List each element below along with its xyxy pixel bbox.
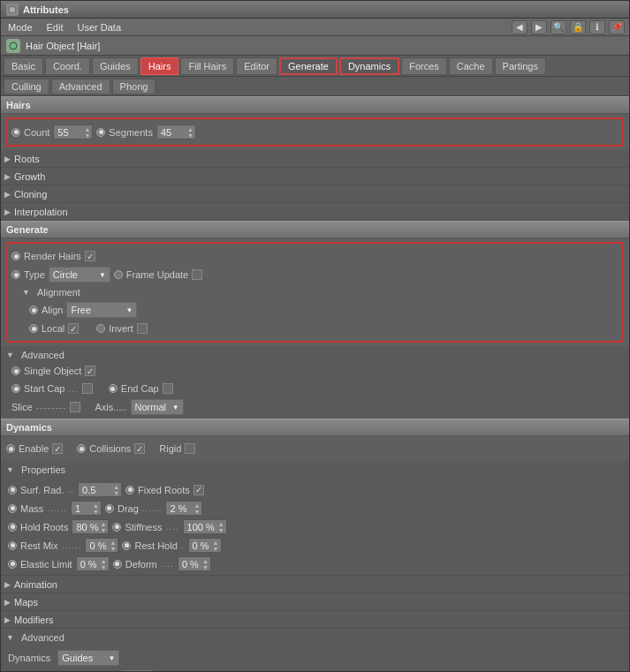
menu-mode[interactable]: Mode [5, 21, 35, 34]
local-radio[interactable] [29, 324, 38, 333]
drag-radio[interactable] [105, 504, 114, 513]
segments-adv-arrows[interactable]: ▲▼ [146, 671, 152, 672]
render-hairs-checkbox[interactable]: ✓ [85, 251, 95, 261]
enable-checkbox[interactable]: ✓ [52, 443, 63, 454]
stiffness-dots: .... [165, 522, 178, 532]
surf-rad-radio[interactable] [8, 486, 17, 495]
cloning-row[interactable]: ▶ Cloning [1, 185, 629, 203]
rest-hold-arrows[interactable]: ▲▼ [213, 540, 219, 552]
rest-hold-spinner[interactable]: 0 % ▲▼ [188, 538, 222, 553]
segments-arrows[interactable]: ▲▼ [187, 126, 194, 139]
pin-button[interactable]: 📌 [609, 20, 625, 34]
segments-adv-spinner[interactable]: 8 ▲▼ [120, 669, 154, 671]
elastic-radio[interactable] [8, 560, 17, 569]
fixed-roots-checkbox[interactable]: ✓ [194, 485, 204, 495]
forward-button[interactable]: ▶ [531, 20, 547, 34]
back-button[interactable]: ◀ [512, 20, 528, 34]
invert-radio[interactable] [96, 324, 105, 333]
advanced-toggle[interactable]: ▼ Advanced [6, 348, 624, 362]
tab-forces[interactable]: Forces [401, 57, 447, 75]
tab-guides[interactable]: Guides [92, 57, 139, 75]
subtab-advanced[interactable]: Advanced [51, 79, 110, 94]
menu-edit[interactable]: Edit [44, 21, 66, 34]
subtab-culling[interactable]: Culling [4, 79, 49, 94]
align-dropdown[interactable]: Free ▼ [66, 302, 137, 318]
hold-roots-spinner[interactable]: 80 % ▲▼ [72, 519, 109, 534]
maps-row[interactable]: ▶ Maps [1, 593, 629, 611]
type-radio[interactable] [11, 270, 20, 279]
tab-editor[interactable]: Editor [236, 57, 277, 75]
tab-fill-hairs[interactable]: Fill Hairs [180, 57, 234, 75]
lock-button[interactable]: 🔒 [570, 20, 586, 34]
count-radio[interactable] [11, 128, 20, 137]
tab-coord[interactable]: Coord. [45, 57, 90, 75]
stiffness-arrows[interactable]: ▲▼ [218, 521, 224, 533]
type-dropdown[interactable]: Circle ▼ [49, 267, 110, 283]
segments-radio[interactable] [96, 128, 105, 137]
collisions-checkbox[interactable]: ✓ [134, 443, 145, 454]
invert-checkbox[interactable] [137, 323, 148, 334]
tab-hairs[interactable]: Hairs [140, 57, 179, 75]
attributes-window: Attributes Mode Edit User Data ◀ ▶ 🔍 🔒 ℹ… [0, 0, 630, 672]
elastic-arrows[interactable]: ▲▼ [101, 558, 107, 570]
interpolation-row[interactable]: ▶ Interpolation [1, 203, 629, 221]
elastic-spinner[interactable]: 0 % ▲▼ [76, 556, 110, 571]
end-cap-checkbox[interactable] [163, 383, 173, 394]
align-radio[interactable] [29, 306, 38, 314]
local-checkbox[interactable]: ✓ [68, 323, 79, 334]
axis-dropdown[interactable]: Normal ▼ [131, 399, 184, 415]
hold-roots-radio[interactable] [8, 523, 17, 532]
deform-arrows[interactable]: ▲▼ [202, 558, 209, 570]
start-cap-radio[interactable] [11, 384, 20, 393]
rest-hold-radio[interactable] [122, 541, 131, 550]
search-button[interactable]: 🔍 [550, 20, 566, 34]
info-button[interactable]: ℹ [589, 20, 605, 34]
collisions-radio[interactable] [77, 444, 86, 453]
stiffness-radio[interactable] [112, 523, 121, 532]
rest-mix-radio[interactable] [8, 541, 17, 550]
deform-spinner[interactable]: 0 % ▲▼ [178, 556, 211, 571]
mass-arrows[interactable]: ▲▼ [93, 502, 99, 515]
drag-arrows[interactable]: ▲▼ [194, 502, 201, 515]
rest-mix-arrows[interactable]: ▲▼ [110, 540, 117, 552]
render-hairs-radio[interactable] [11, 252, 20, 260]
surf-rad-spinner[interactable]: 0.5 ▲▼ [78, 482, 122, 497]
roots-row[interactable]: ▶ Roots [1, 150, 629, 168]
stiffness-spinner[interactable]: 100 % ▲▼ [183, 519, 227, 534]
hold-roots-arrows[interactable]: ▲▼ [101, 521, 107, 533]
frame-update-checkbox[interactable] [192, 269, 202, 280]
drag-spinner[interactable]: 2 % ▲▼ [165, 501, 202, 516]
animation-row[interactable]: ▶ Animation [1, 576, 629, 593]
single-object-radio[interactable] [11, 366, 20, 375]
type-label: Type [24, 269, 45, 280]
start-cap-checkbox[interactable] [82, 383, 93, 394]
count-arrows[interactable]: ▲▼ [84, 126, 90, 139]
single-object-checkbox[interactable]: ✓ [85, 366, 95, 376]
menu-user-data[interactable]: User Data [75, 21, 125, 34]
tab-cache[interactable]: Cache [449, 57, 493, 75]
mass-radio[interactable] [8, 504, 17, 513]
surf-rad-arrows[interactable]: ▲▼ [113, 484, 119, 496]
rest-mix-spinner[interactable]: 0 % ▲▼ [85, 538, 118, 553]
enable-radio[interactable] [6, 444, 15, 453]
properties-label: Properties [21, 464, 65, 475]
tab-basic[interactable]: Basic [4, 57, 43, 75]
properties-toggle[interactable]: ▼ Properties [1, 461, 629, 479]
bottom-advanced-toggle[interactable]: ▼ Advanced [1, 629, 629, 646]
modifiers-row[interactable]: ▶ Modifiers [1, 611, 629, 629]
count-spinner[interactable]: 55 ▲▼ [53, 125, 93, 140]
tab-generate[interactable]: Generate [279, 57, 338, 75]
subtab-phong[interactable]: Phong [112, 79, 156, 94]
mass-spinner[interactable]: 1 ▲▼ [71, 501, 102, 516]
slice-checkbox[interactable] [70, 402, 80, 412]
rigid-checkbox[interactable] [185, 443, 195, 454]
growth-row[interactable]: ▶ Growth [1, 168, 629, 185]
frame-update-radio[interactable] [114, 270, 123, 279]
dynamics-dropdown[interactable]: Guides ▼ [57, 650, 119, 666]
tab-dynamics[interactable]: Dynamics [339, 57, 399, 75]
tab-partings[interactable]: Partings [495, 57, 546, 75]
end-cap-radio[interactable] [109, 384, 118, 393]
segments-spinner[interactable]: 45 ▲▼ [156, 125, 196, 140]
fixed-roots-radio[interactable] [125, 486, 134, 495]
deform-radio[interactable] [113, 560, 122, 569]
